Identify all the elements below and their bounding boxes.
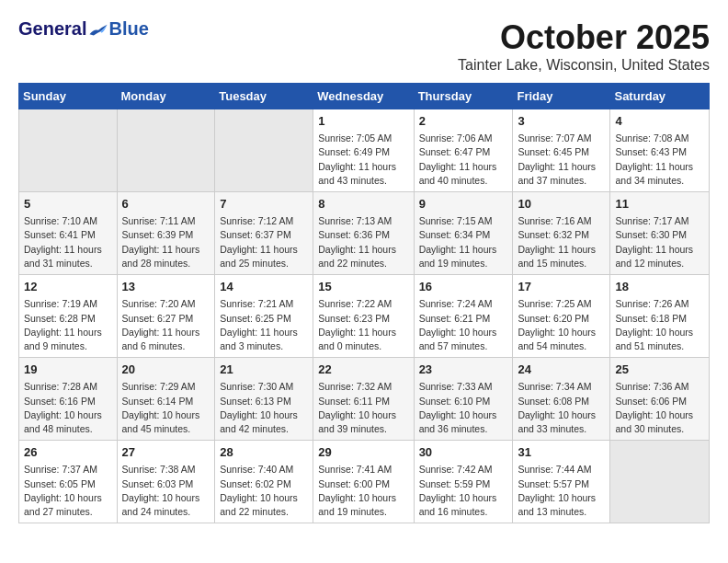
day-number: 7 [220, 196, 308, 213]
day-info: Sunrise: 7:21 AM Sunset: 6:25 PM Dayligh… [220, 297, 308, 353]
day-info: Sunrise: 7:42 AM Sunset: 5:59 PM Dayligh… [419, 463, 508, 519]
day-number: 18 [615, 279, 704, 295]
day-cell: 3Sunrise: 7:07 AM Sunset: 6:45 PM Daylig… [513, 109, 610, 192]
day-number: 20 [122, 362, 210, 378]
week-row-4: 19Sunrise: 7:28 AM Sunset: 6:16 PM Dayli… [19, 358, 710, 441]
day-info: Sunrise: 7:25 AM Sunset: 6:20 PM Dayligh… [518, 297, 605, 353]
day-number: 8 [318, 196, 408, 213]
day-cell: 15Sunrise: 7:22 AM Sunset: 6:23 PM Dayli… [313, 275, 414, 358]
day-cell: 30Sunrise: 7:42 AM Sunset: 5:59 PM Dayli… [414, 441, 513, 523]
day-info: Sunrise: 7:08 AM Sunset: 6:43 PM Dayligh… [615, 132, 704, 188]
day-cell: 23Sunrise: 7:33 AM Sunset: 6:10 PM Dayli… [414, 358, 513, 441]
month-title: October 2025 [458, 18, 710, 57]
day-cell: 28Sunrise: 7:40 AM Sunset: 6:02 PM Dayli… [215, 441, 313, 523]
day-cell [117, 109, 215, 192]
day-info: Sunrise: 7:24 AM Sunset: 6:21 PM Dayligh… [419, 297, 508, 353]
day-cell: 1Sunrise: 7:05 AM Sunset: 6:49 PM Daylig… [313, 109, 414, 192]
logo: General Blue [18, 18, 149, 40]
day-info: Sunrise: 7:41 AM Sunset: 6:00 PM Dayligh… [318, 463, 408, 519]
week-row-3: 12Sunrise: 7:19 AM Sunset: 6:28 PM Dayli… [19, 275, 710, 358]
day-cell [19, 109, 118, 192]
day-info: Sunrise: 7:16 AM Sunset: 6:32 PM Dayligh… [518, 214, 605, 270]
day-number: 29 [318, 444, 408, 461]
col-header-monday: Monday [117, 84, 215, 109]
day-number: 19 [24, 362, 112, 378]
day-cell: 9Sunrise: 7:15 AM Sunset: 6:34 PM Daylig… [414, 192, 513, 275]
day-cell [610, 441, 710, 523]
day-info: Sunrise: 7:10 AM Sunset: 6:41 PM Dayligh… [24, 214, 112, 270]
day-number: 1 [318, 113, 408, 130]
day-info: Sunrise: 7:17 AM Sunset: 6:30 PM Dayligh… [615, 214, 704, 270]
day-info: Sunrise: 7:07 AM Sunset: 6:45 PM Dayligh… [518, 132, 605, 188]
col-header-friday: Friday [513, 84, 610, 109]
day-cell: 18Sunrise: 7:26 AM Sunset: 6:18 PM Dayli… [610, 275, 710, 358]
day-cell: 2Sunrise: 7:06 AM Sunset: 6:47 PM Daylig… [414, 109, 513, 192]
day-number: 12 [24, 279, 112, 295]
day-info: Sunrise: 7:28 AM Sunset: 6:16 PM Dayligh… [24, 380, 112, 436]
week-row-1: 1Sunrise: 7:05 AM Sunset: 6:49 PM Daylig… [19, 109, 710, 192]
day-info: Sunrise: 7:44 AM Sunset: 5:57 PM Dayligh… [518, 463, 605, 519]
day-number: 23 [419, 362, 508, 378]
col-header-saturday: Saturday [610, 84, 710, 109]
day-info: Sunrise: 7:32 AM Sunset: 6:11 PM Dayligh… [318, 380, 408, 436]
day-info: Sunrise: 7:37 AM Sunset: 6:05 PM Dayligh… [24, 463, 112, 519]
day-info: Sunrise: 7:40 AM Sunset: 6:02 PM Dayligh… [220, 463, 308, 519]
col-header-tuesday: Tuesday [215, 84, 313, 109]
day-cell: 10Sunrise: 7:16 AM Sunset: 6:32 PM Dayli… [513, 192, 610, 275]
day-number: 21 [220, 362, 308, 378]
day-cell: 17Sunrise: 7:25 AM Sunset: 6:20 PM Dayli… [513, 275, 610, 358]
week-row-5: 26Sunrise: 7:37 AM Sunset: 6:05 PM Dayli… [19, 441, 710, 523]
day-info: Sunrise: 7:36 AM Sunset: 6:06 PM Dayligh… [615, 380, 704, 436]
day-cell: 25Sunrise: 7:36 AM Sunset: 6:06 PM Dayli… [610, 358, 710, 441]
day-number: 6 [122, 196, 210, 213]
day-info: Sunrise: 7:19 AM Sunset: 6:28 PM Dayligh… [24, 297, 112, 353]
day-info: Sunrise: 7:30 AM Sunset: 6:13 PM Dayligh… [220, 380, 308, 436]
day-cell: 12Sunrise: 7:19 AM Sunset: 6:28 PM Dayli… [19, 275, 118, 358]
day-number: 27 [122, 444, 210, 461]
day-cell [215, 109, 313, 192]
day-info: Sunrise: 7:22 AM Sunset: 6:23 PM Dayligh… [318, 297, 408, 353]
day-cell: 16Sunrise: 7:24 AM Sunset: 6:21 PM Dayli… [414, 275, 513, 358]
day-cell: 31Sunrise: 7:44 AM Sunset: 5:57 PM Dayli… [513, 441, 610, 523]
day-cell: 29Sunrise: 7:41 AM Sunset: 6:00 PM Dayli… [313, 441, 414, 523]
header-row: SundayMondayTuesdayWednesdayThursdayFrid… [19, 84, 710, 109]
day-cell: 27Sunrise: 7:38 AM Sunset: 6:03 PM Dayli… [117, 441, 215, 523]
day-number: 9 [419, 196, 508, 213]
col-header-sunday: Sunday [19, 84, 118, 109]
col-header-thursday: Thursday [414, 84, 513, 109]
day-number: 13 [122, 279, 210, 295]
day-cell: 8Sunrise: 7:13 AM Sunset: 6:36 PM Daylig… [313, 192, 414, 275]
day-info: Sunrise: 7:29 AM Sunset: 6:14 PM Dayligh… [122, 380, 210, 436]
day-cell: 26Sunrise: 7:37 AM Sunset: 6:05 PM Dayli… [19, 441, 118, 523]
day-cell: 5Sunrise: 7:10 AM Sunset: 6:41 PM Daylig… [19, 192, 118, 275]
day-number: 25 [615, 362, 704, 378]
day-number: 17 [518, 279, 605, 295]
week-row-2: 5Sunrise: 7:10 AM Sunset: 6:41 PM Daylig… [19, 192, 710, 275]
logo-bird-icon [88, 21, 108, 38]
day-cell: 14Sunrise: 7:21 AM Sunset: 6:25 PM Dayli… [215, 275, 313, 358]
day-number: 15 [318, 279, 408, 295]
day-info: Sunrise: 7:06 AM Sunset: 6:47 PM Dayligh… [419, 132, 508, 188]
day-number: 3 [518, 113, 605, 130]
day-number: 24 [518, 362, 605, 378]
day-number: 11 [615, 196, 704, 213]
day-number: 30 [419, 444, 508, 461]
day-number: 22 [318, 362, 408, 378]
day-cell: 24Sunrise: 7:34 AM Sunset: 6:08 PM Dayli… [513, 358, 610, 441]
col-header-wednesday: Wednesday [313, 84, 414, 109]
location: Tainter Lake, Wisconsin, United States [458, 57, 710, 74]
logo-general-text: General [18, 18, 86, 40]
day-cell: 13Sunrise: 7:20 AM Sunset: 6:27 PM Dayli… [117, 275, 215, 358]
page-header: General Blue October 2025 Tainter Lake, … [18, 18, 710, 74]
day-number: 14 [220, 279, 308, 295]
day-number: 31 [518, 444, 605, 461]
day-info: Sunrise: 7:26 AM Sunset: 6:18 PM Dayligh… [615, 297, 704, 353]
day-info: Sunrise: 7:34 AM Sunset: 6:08 PM Dayligh… [518, 380, 605, 436]
day-info: Sunrise: 7:15 AM Sunset: 6:34 PM Dayligh… [419, 214, 508, 270]
day-cell: 22Sunrise: 7:32 AM Sunset: 6:11 PM Dayli… [313, 358, 414, 441]
logo-blue-text: Blue [108, 18, 148, 40]
day-number: 26 [24, 444, 112, 461]
day-cell: 4Sunrise: 7:08 AM Sunset: 6:43 PM Daylig… [610, 109, 710, 192]
day-number: 4 [615, 113, 704, 130]
day-cell: 20Sunrise: 7:29 AM Sunset: 6:14 PM Dayli… [117, 358, 215, 441]
